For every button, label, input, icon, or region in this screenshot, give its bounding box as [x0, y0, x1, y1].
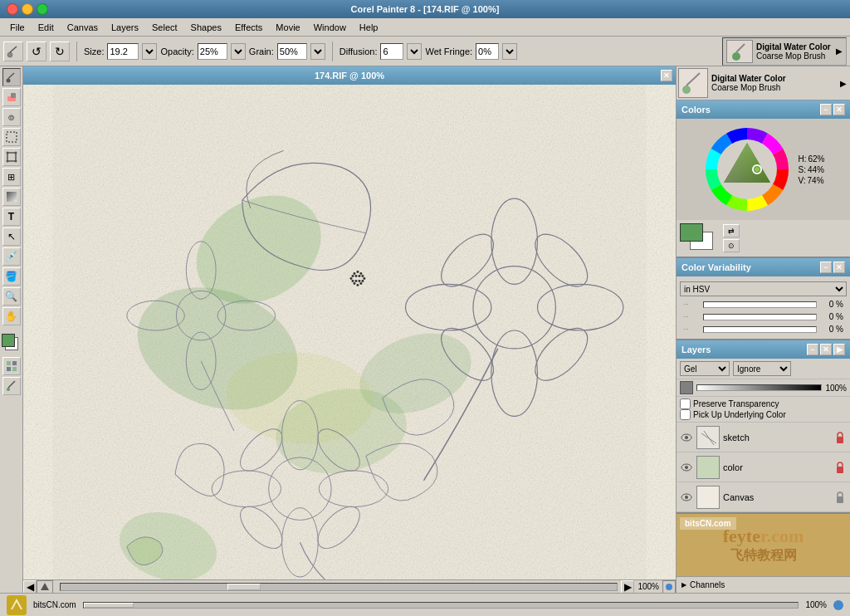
- layers-header: Layers − ✕ ▶: [677, 340, 850, 359]
- brush-icon-btn[interactable]: [2, 377, 21, 395]
- menu-movie[interactable]: Movie: [269, 21, 306, 34]
- blend-mode-select[interactable]: Gel: [680, 361, 730, 376]
- panel-brush-preview[interactable]: [678, 68, 708, 98]
- lasso-tool[interactable]: ⌾: [2, 108, 21, 126]
- fill-tool[interactable]: 🪣: [2, 267, 21, 286]
- s-value: 44%: [808, 165, 824, 174]
- crop-tool[interactable]: ⊞: [2, 168, 21, 186]
- menu-window[interactable]: Window: [307, 21, 353, 34]
- channels-expand-icon[interactable]: ▶: [681, 581, 686, 589]
- menu-edit[interactable]: Edit: [32, 21, 61, 34]
- svg-line-74: [686, 73, 700, 86]
- opacity-input[interactable]: [198, 43, 227, 60]
- fg-swatch[interactable]: [680, 223, 703, 242]
- arrow-tool[interactable]: ↖: [2, 227, 21, 246]
- opacity-select[interactable]: [231, 43, 246, 60]
- color-swatches[interactable]: [2, 334, 22, 354]
- status-thumb[interactable]: [84, 603, 134, 608]
- layers-expand-btn[interactable]: ▶: [833, 344, 845, 355]
- layer-eye-canvas[interactable]: [680, 491, 693, 504]
- cv-slider-2[interactable]: [703, 314, 817, 320]
- rect-select-tool[interactable]: [2, 128, 21, 146]
- status-scrollbar[interactable]: [83, 602, 799, 609]
- cv-mode-select[interactable]: in HSV: [680, 281, 847, 296]
- opacity-slider[interactable]: [696, 384, 822, 391]
- wetfringe-input[interactable]: [476, 43, 499, 60]
- gradient-tool[interactable]: [2, 188, 21, 206]
- color-wheel-area[interactable]: H: 62% S: 44% V: 74%: [677, 119, 850, 220]
- scroll-left-btn[interactable]: ◀: [23, 580, 37, 594]
- menu-canvas[interactable]: Canvas: [61, 21, 105, 34]
- menu-select[interactable]: Select: [145, 21, 184, 34]
- scrollbar-horizontal[interactable]: ◀ ▶ 100%: [23, 579, 676, 593]
- brush-tool-btn[interactable]: [3, 42, 23, 61]
- layer-row-sketch[interactable]: sketch: [677, 423, 850, 452]
- scroll-right-btn[interactable]: ▶: [621, 580, 634, 594]
- layer-row-color[interactable]: color: [677, 452, 850, 482]
- layer-eye-sketch[interactable]: [680, 431, 693, 444]
- cv-slider-1[interactable]: [703, 301, 817, 308]
- pick-up-color-label[interactable]: Pick Up Underlying Color: [680, 409, 847, 420]
- cv-dots-1: ···: [683, 301, 700, 308]
- colors-title: Colors: [681, 105, 711, 115]
- colors-header: Colors − ✕: [677, 100, 850, 119]
- eyedropper-tool[interactable]: 💉: [2, 247, 21, 266]
- scroll-thumb[interactable]: [227, 584, 261, 590]
- zoom-tool[interactable]: 🔍: [2, 287, 21, 306]
- color-swatch-container[interactable]: [680, 223, 716, 253]
- brush-selector-bar[interactable]: Digital Water Color Coarse Mop Brush ▶: [722, 37, 847, 66]
- menu-effects[interactable]: Effects: [228, 21, 269, 34]
- undo-btn[interactable]: ↺: [27, 42, 46, 61]
- cv-close-btn[interactable]: ✕: [833, 262, 845, 273]
- fg-color-swatch[interactable]: [2, 334, 15, 347]
- menu-help[interactable]: Help: [353, 21, 385, 34]
- status-track[interactable]: [83, 602, 799, 609]
- hand-tool[interactable]: ✋: [2, 307, 21, 325]
- cv-slider-3[interactable]: [703, 326, 817, 333]
- diffusion-input[interactable]: [380, 43, 403, 60]
- cv-minimize-btn[interactable]: −: [820, 262, 832, 273]
- brush-tool[interactable]: [2, 68, 21, 86]
- menu-file[interactable]: File: [3, 21, 32, 34]
- layers-minimize-btn[interactable]: −: [807, 344, 818, 355]
- colors-minimize-btn[interactable]: −: [820, 104, 832, 115]
- svg-rect-14: [7, 192, 17, 202]
- close-btn[interactable]: [7, 3, 18, 15]
- diffusion-select[interactable]: [407, 43, 422, 60]
- scroll-track[interactable]: [60, 583, 618, 591]
- color-wheel[interactable]: [701, 124, 793, 215]
- sep2: [332, 42, 333, 61]
- zoom-indicator[interactable]: [662, 580, 676, 594]
- canvas-content[interactable]: feyte r.com 飞特教程网: [23, 85, 676, 579]
- preserve-transparency-label[interactable]: Preserve Transparency: [680, 398, 847, 409]
- menu-layers[interactable]: Layers: [105, 21, 145, 34]
- zoom-level: 100%: [638, 582, 659, 591]
- swap-colors-btn[interactable]: ⇄: [723, 224, 740, 237]
- wetfringe-select[interactable]: [502, 43, 517, 60]
- layers-close-btn[interactable]: ✕: [820, 344, 832, 355]
- grain-select[interactable]: [310, 43, 325, 60]
- layer-row-canvas[interactable]: Canvas: [677, 482, 850, 512]
- size-select[interactable]: [142, 43, 157, 60]
- menu-shapes[interactable]: Shapes: [184, 21, 228, 34]
- composite-select[interactable]: Ignore: [733, 361, 791, 376]
- colors-close-btn[interactable]: ✕: [833, 104, 845, 115]
- pick-up-color-cb[interactable]: [680, 409, 691, 420]
- pattern-btn[interactable]: [2, 357, 21, 375]
- preserve-transparency-cb[interactable]: [680, 398, 691, 409]
- text-tool[interactable]: T: [2, 208, 21, 226]
- size-input[interactable]: [107, 43, 139, 60]
- canvas-close-btn[interactable]: ✕: [661, 70, 672, 81]
- scroll-icon[interactable]: [37, 580, 53, 594]
- redo-btn[interactable]: ↻: [50, 42, 70, 61]
- eraser-tool[interactable]: [2, 88, 21, 106]
- maximize-btn[interactable]: [37, 3, 48, 15]
- brush-expand-btn[interactable]: ▶: [836, 46, 843, 56]
- layers-title: Layers: [681, 345, 711, 354]
- panel-brush-expand[interactable]: ▶: [838, 77, 848, 90]
- transform-tool[interactable]: [2, 148, 21, 166]
- layer-eye-color[interactable]: [680, 461, 693, 474]
- minimize-btn[interactable]: [22, 3, 33, 15]
- default-colors-btn[interactable]: ⊙: [723, 239, 740, 252]
- grain-input[interactable]: [277, 43, 307, 60]
